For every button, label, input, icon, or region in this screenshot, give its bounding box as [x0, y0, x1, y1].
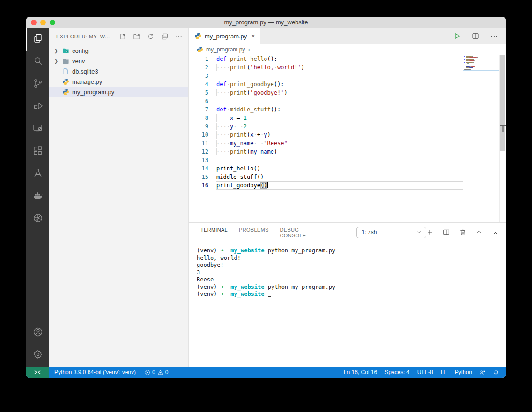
code-line-14[interactable]: 14print_hello(): [189, 164, 463, 173]
feedback-button[interactable]: [480, 369, 486, 375]
problems-button[interactable]: 0 0: [144, 369, 168, 375]
kill-terminal-button[interactable]: [459, 228, 466, 236]
activity-item-testing[interactable]: [26, 163, 49, 185]
file-item-venv[interactable]: ❯venv: [49, 56, 188, 66]
activity-item-extensions[interactable]: [26, 140, 49, 163]
terminal-line: hello, world!: [197, 255, 506, 262]
run-button[interactable]: [452, 32, 461, 40]
encoding-button[interactable]: UTF-8: [417, 369, 433, 375]
line-number: 4: [189, 80, 216, 88]
file-tree: ❯config❯venv❯db.sqlite3❯manage.py❯my_pro…: [49, 44, 188, 97]
minimap-line: [464, 72, 498, 73]
split-terminal-button[interactable]: [443, 228, 450, 236]
code-line-4[interactable]: 4def·print_goodbye():: [189, 80, 463, 88]
code-line-10[interactable]: 10····print(x·+·y): [189, 131, 463, 139]
tab-my-program-py[interactable]: my_program.py ×: [189, 28, 260, 44]
more-actions-icon[interactable]: [175, 33, 183, 40]
eol-button[interactable]: LF: [441, 369, 447, 375]
close-window-button[interactable]: [31, 20, 37, 25]
settings-icon: [32, 349, 44, 362]
folder-icon: [62, 57, 69, 65]
code-line-15[interactable]: 15middle_stuff(): [189, 173, 463, 181]
maximize-panel-button[interactable]: [475, 228, 483, 236]
activity-item-search[interactable]: [26, 51, 49, 73]
line-number: 2: [189, 63, 216, 72]
breadcrumb[interactable]: my_program.py › ...: [189, 44, 506, 55]
activity-item-account[interactable]: [26, 322, 49, 344]
file-item-config[interactable]: ❯config: [49, 45, 188, 56]
file-item-my-program-py[interactable]: ❯my_program.py: [49, 87, 188, 97]
activity-item-remote-explorer[interactable]: [26, 118, 49, 140]
file-item-manage-py[interactable]: ❯manage.py: [49, 76, 188, 87]
panel-tab-debug-console[interactable]: DEBUG CONSOLE: [280, 224, 317, 240]
close-panel-button[interactable]: [492, 228, 499, 236]
breadcrumb-rest[interactable]: ...: [252, 46, 257, 53]
new-folder-icon[interactable]: [133, 33, 140, 40]
panel-tab-terminal[interactable]: TERMINAL: [200, 224, 228, 240]
language-mode-button[interactable]: Python: [455, 369, 472, 375]
code-line-11[interactable]: 11····my_name·=·"Reese": [189, 139, 463, 147]
activity-item-docker[interactable]: [26, 185, 49, 208]
minimap[interactable]: [463, 55, 499, 73]
line-number: 13: [189, 156, 216, 164]
extensions-icon: [32, 145, 44, 158]
refresh-explorer-icon[interactable]: [147, 33, 155, 40]
python-version-label: Python 3.9.0 64-bit ('venv': venv): [54, 369, 136, 375]
activity-item-kubernetes[interactable]: [26, 208, 49, 230]
panel-tab-problems[interactable]: PROBLEMS: [239, 224, 269, 240]
code-line-9[interactable]: 9····y·=·2: [189, 122, 463, 131]
line-number: 15: [189, 173, 216, 181]
remote-indicator-button[interactable]: [26, 367, 49, 378]
code-line-16[interactable]: 16print_goodbye(): [189, 181, 463, 190]
minimize-window-button[interactable]: [40, 20, 46, 25]
breadcrumb-file[interactable]: my_program.py: [206, 46, 245, 53]
code-line-6[interactable]: 6: [189, 97, 463, 105]
remote-explorer-icon: [32, 123, 44, 136]
line-content: [216, 72, 463, 80]
more-actions-button[interactable]: [490, 32, 498, 40]
code-line-13[interactable]: 13: [189, 156, 463, 164]
line-content: ····y·=·2: [216, 122, 463, 131]
activity-item-settings[interactable]: [26, 344, 49, 367]
code-line-5[interactable]: 5····print('goodbye!'): [189, 88, 463, 97]
code-line-12[interactable]: 12····print(my_name): [189, 147, 463, 156]
collapse-folders-icon[interactable]: [161, 33, 169, 40]
code-editor[interactable]: 1def·print_hello():2····print('hello,·wo…: [189, 55, 506, 222]
terminal-shell-select[interactable]: 1: zsh: [356, 227, 426, 238]
error-count: 0: [152, 369, 155, 375]
line-number: 9: [189, 122, 216, 131]
file-item-db-sqlite3[interactable]: ❯db.sqlite3: [49, 66, 188, 76]
new-file-icon[interactable]: [119, 33, 126, 40]
cursor-position-button[interactable]: Ln 16, Col 16: [344, 369, 377, 375]
activity-item-source-control[interactable]: [26, 73, 49, 96]
maximize-window-button[interactable]: [50, 20, 55, 25]
status-bar: Python 3.9.0 64-bit ('venv': venv) 0 0 L…: [26, 367, 506, 378]
terminal-output[interactable]: (venv) ➜ my_website python my_program.py…: [189, 242, 506, 298]
shell-select-value: 1: zsh: [362, 229, 377, 235]
warning-count: 0: [165, 369, 169, 375]
chevron-right-icon: ❯: [52, 59, 60, 64]
line-number: 14: [189, 164, 216, 173]
activity-item-explorer[interactable]: [26, 28, 49, 51]
code-line-1[interactable]: 1def·print_hello():: [189, 55, 463, 63]
indentation-button[interactable]: Spaces: 4: [384, 369, 409, 375]
activity-item-run-debug[interactable]: [26, 96, 49, 118]
code-line-7[interactable]: 7def·middle_stuff():: [189, 105, 463, 114]
notifications-button[interactable]: [493, 369, 499, 375]
code-line-8[interactable]: 8····x·=·1: [189, 114, 463, 122]
python-interpreter-button[interactable]: Python 3.9.0 64-bit ('venv': venv): [54, 369, 136, 375]
split-editor-button[interactable]: [471, 32, 480, 40]
code-line-3[interactable]: 3: [189, 72, 463, 80]
account-icon: [32, 326, 44, 339]
close-tab-icon[interactable]: ×: [250, 32, 257, 40]
vscode-window: my_program.py — my_website EXPLORER: MY_…: [26, 17, 506, 378]
encoding-label: UTF-8: [417, 369, 433, 375]
scrollbar-slider[interactable]: [500, 55, 505, 151]
code-line-2[interactable]: 2····print('hello,·world!'): [189, 63, 463, 72]
line-number: 16: [189, 181, 216, 190]
new-terminal-button[interactable]: [426, 228, 434, 236]
terminal-line: (venv) ➜ my_website python my_program.py: [197, 284, 506, 291]
line-content: middle_stuff(): [216, 173, 463, 181]
line-number: 7: [189, 105, 216, 114]
editor-scrollbar[interactable]: [499, 55, 506, 222]
